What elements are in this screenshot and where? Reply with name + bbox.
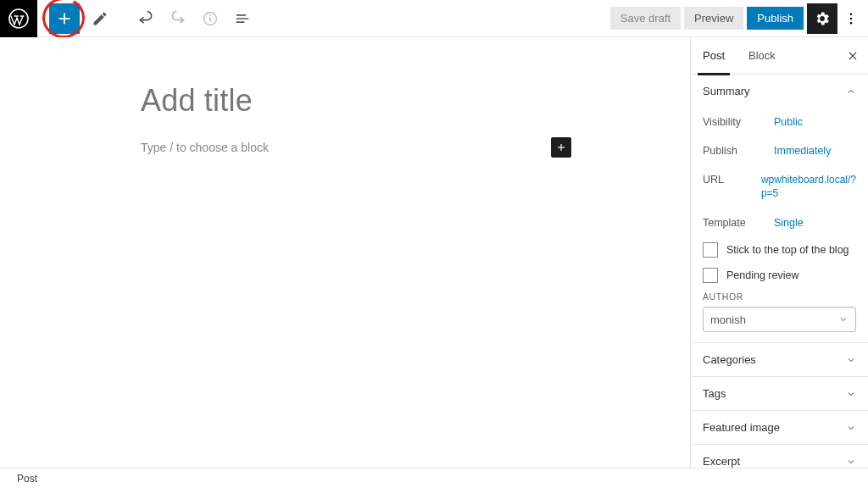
plus-icon bbox=[555, 141, 567, 153]
panel-categories-toggle[interactable]: Categories bbox=[691, 343, 868, 376]
panel-categories-title: Categories bbox=[703, 353, 756, 366]
panel-categories: Categories bbox=[691, 343, 868, 377]
close-sidebar-button[interactable] bbox=[837, 37, 868, 75]
more-options-button[interactable] bbox=[841, 3, 861, 34]
chevron-down-icon bbox=[846, 355, 856, 365]
svg-point-5 bbox=[850, 17, 852, 19]
pending-checkbox[interactable] bbox=[703, 268, 718, 283]
svg-point-6 bbox=[850, 22, 852, 24]
document-outline-button[interactable] bbox=[227, 3, 258, 34]
redo-icon bbox=[170, 10, 186, 27]
row-url[interactable]: URL wpwhiteboard.local/?p=5 bbox=[703, 165, 856, 208]
author-heading: AUTHOR bbox=[703, 291, 856, 302]
block-inserter-row: Type / to choose a block bbox=[141, 141, 571, 154]
add-block-button[interactable] bbox=[49, 3, 80, 34]
save-draft-button[interactable]: Save draft bbox=[610, 7, 681, 30]
settings-sidebar: Post Block Summary Visibility Public Pub… bbox=[690, 37, 868, 488]
gear-icon bbox=[814, 10, 831, 27]
pencil-icon bbox=[92, 10, 108, 27]
publish-button[interactable]: Publish bbox=[747, 7, 804, 30]
panel-featured-image-toggle[interactable]: Featured image bbox=[691, 411, 868, 444]
panel-summary-toggle[interactable]: Summary bbox=[691, 75, 868, 108]
svg-point-4 bbox=[850, 13, 852, 14]
info-icon bbox=[202, 10, 219, 27]
author-value: monish bbox=[710, 313, 746, 326]
chevron-down-icon bbox=[838, 314, 849, 324]
settings-button[interactable] bbox=[807, 3, 837, 34]
wordpress-logo[interactable] bbox=[0, 0, 37, 37]
publish-label: Publish bbox=[703, 145, 774, 157]
wordpress-icon bbox=[8, 8, 29, 29]
row-visibility[interactable]: Visibility Public bbox=[703, 108, 856, 136]
tab-post[interactable]: Post bbox=[691, 37, 737, 75]
panel-tags-toggle[interactable]: Tags bbox=[691, 377, 868, 410]
undo-button[interactable] bbox=[131, 3, 161, 34]
template-label: Template bbox=[703, 217, 774, 229]
panel-tags: Tags bbox=[691, 377, 868, 411]
tab-block[interactable]: Block bbox=[737, 37, 787, 75]
redo-button bbox=[163, 3, 193, 34]
close-icon bbox=[847, 50, 859, 62]
plus-icon bbox=[55, 9, 74, 28]
panel-summary-body: Visibility Public Publish Immediately UR… bbox=[691, 108, 868, 342]
inline-add-block-button[interactable] bbox=[551, 137, 571, 158]
row-publish[interactable]: Publish Immediately bbox=[703, 136, 856, 165]
url-value[interactable]: wpwhiteboard.local/?p=5 bbox=[761, 174, 856, 200]
row-pending[interactable]: Pending review bbox=[703, 263, 856, 288]
svg-rect-2 bbox=[209, 17, 211, 21]
panel-excerpt-title: Excerpt bbox=[703, 455, 740, 468]
breadcrumb[interactable]: Post bbox=[17, 473, 37, 485]
editor-topbar: Save draft Preview Publish bbox=[0, 0, 868, 37]
chevron-down-icon bbox=[846, 457, 856, 467]
panel-summary-title: Summary bbox=[703, 85, 750, 97]
panel-featured-image-title: Featured image bbox=[703, 421, 780, 434]
block-placeholder-text[interactable]: Type / to choose a block bbox=[141, 141, 269, 154]
panel-tags-title: Tags bbox=[703, 387, 726, 400]
post-title-input[interactable]: Add title bbox=[141, 83, 690, 119]
info-button bbox=[195, 3, 225, 34]
chevron-down-icon bbox=[846, 389, 856, 399]
publish-value[interactable]: Immediately bbox=[774, 145, 856, 157]
chevron-up-icon bbox=[846, 86, 856, 97]
row-stick[interactable]: Stick to the top of the blog bbox=[703, 237, 856, 263]
panel-summary: Summary Visibility Public Publish Immedi… bbox=[691, 75, 868, 343]
author-select[interactable]: monish bbox=[703, 307, 856, 332]
kebab-icon bbox=[843, 11, 859, 26]
stick-label: Stick to the top of the blog bbox=[726, 244, 849, 256]
undo-icon bbox=[137, 10, 154, 27]
template-value[interactable]: Single bbox=[774, 217, 856, 229]
editor-canvas: Add title Type / to choose a block bbox=[0, 37, 690, 468]
pending-label: Pending review bbox=[726, 269, 798, 281]
visibility-value[interactable]: Public bbox=[774, 116, 856, 128]
topbar-actions: Save draft Preview Publish bbox=[610, 3, 868, 34]
svg-rect-3 bbox=[209, 14, 211, 16]
chevron-down-icon bbox=[846, 423, 856, 433]
visibility-label: Visibility bbox=[703, 116, 774, 128]
sidebar-tabs: Post Block bbox=[691, 37, 868, 75]
row-template[interactable]: Template Single bbox=[703, 208, 856, 237]
edit-mode-button[interactable] bbox=[85, 3, 115, 34]
list-icon bbox=[234, 10, 251, 27]
preview-button[interactable]: Preview bbox=[684, 7, 743, 30]
editor-footer: Post bbox=[0, 468, 868, 488]
url-label: URL bbox=[703, 174, 761, 200]
panel-featured-image: Featured image bbox=[691, 411, 868, 445]
stick-checkbox[interactable] bbox=[703, 242, 718, 258]
